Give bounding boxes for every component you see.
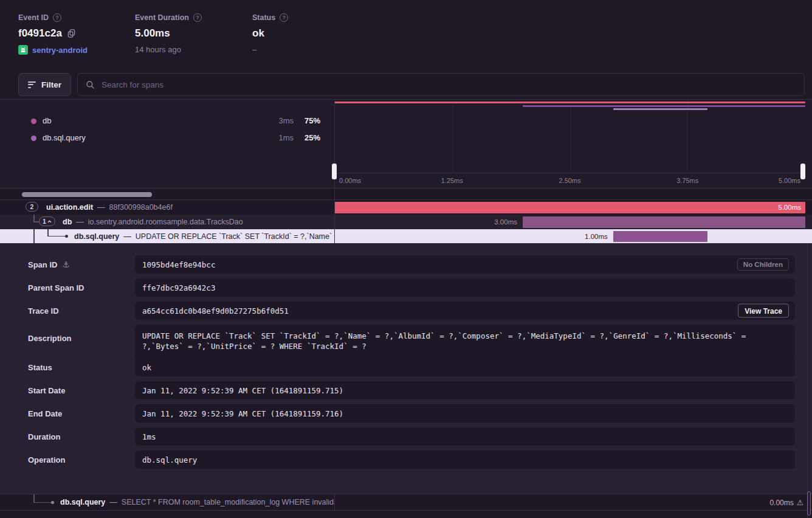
start-date-value: Jan 11, 2022 9:52:39 AM CET (1641891159.…	[142, 386, 343, 395]
end-date-value: Jan 11, 2022 9:52:39 AM CET (1641891159.…	[142, 409, 343, 418]
android-project-icon	[18, 45, 28, 55]
trace-id-label: Trace ID	[28, 306, 59, 316]
detail-row-start-date: Start Date Jan 11, 2022 9:52:39 AM CET (…	[28, 381, 795, 399]
trace-id-value: a654cc61dc0b48ef9d0b27275b6f0d51	[142, 306, 289, 316]
minimap-handle-left[interactable]	[332, 164, 337, 179]
detail-row-span-id: Span ID ⚓ 1095bd4ef8e94bcc No Children	[28, 255, 795, 274]
legend-item-db-sql-query[interactable]: db.sql.query 1ms 25%	[0, 133, 334, 145]
parent-span-id-field: ffe7dbc92a6942c3	[135, 278, 795, 297]
vscrollbar-track	[807, 243, 808, 518]
anchor-icon[interactable]: ⚓	[62, 260, 70, 269]
minimap-span-query	[613, 108, 707, 110]
help-icon[interactable]: ?	[53, 13, 61, 22]
chevron-up-icon	[47, 220, 52, 223]
description-value: UPDATE OR REPLACE `Track` SET `TrackId` …	[142, 331, 788, 351]
span-details-panel: Span ID ⚓ 1095bd4ef8e94bcc No Children P…	[0, 243, 812, 494]
event-age: 14 hours ago	[135, 45, 181, 54]
span-row-db-sql-query-selected[interactable]: db.sql.query — UPDATE OR REPLACE `Track`…	[0, 229, 812, 243]
event-id-column: Event ID ? f0491c2a sentry-android	[18, 13, 88, 55]
start-date-label: Start Date	[28, 386, 65, 395]
op-color-dot	[31, 119, 36, 124]
axis-tick: 2.50ms	[559, 177, 580, 184]
parent-span-id-value: ffe7dbc92a6942c3	[142, 283, 215, 292]
event-duration-column: Event Duration ? 5.00ms 14 hours ago	[135, 13, 202, 54]
duration-value: 1ms	[142, 432, 156, 441]
operation-value: db.sql.query	[142, 455, 197, 464]
trace-minimap[interactable]	[334, 100, 805, 173]
span-duration: 3.00ms	[494, 218, 517, 226]
duration-label: Duration	[28, 432, 60, 441]
status-row-value: ok	[142, 363, 151, 372]
span-description: UPDATE OR REPLACE `Track` SET `TrackId` …	[136, 232, 334, 241]
operation-label: Operation	[28, 455, 65, 464]
span-description: 88f300998a0b4e6f	[109, 203, 173, 212]
span-duration: 1.00ms	[585, 233, 608, 240]
event-duration-value: 5.00ms	[135, 27, 170, 40]
event-id-label: Event ID	[18, 13, 49, 22]
span-bar[interactable]: 5.00ms	[334, 202, 805, 213]
status-label: Status	[252, 13, 275, 22]
tree-hscrollbar	[0, 189, 812, 200]
filter-button-label: Filter	[41, 80, 61, 89]
minimap-handle-right[interactable]	[800, 164, 805, 179]
op-color-dot	[31, 136, 36, 141]
end-date-field: Jan 11, 2022 9:52:39 AM CET (1641891159.…	[135, 404, 795, 423]
status-row-label: Status	[28, 363, 52, 372]
start-date-field: Jan 11, 2022 9:52:39 AM CET (1641891159.…	[135, 381, 795, 399]
span-description: io.sentry.android.roomsample.data.Tracks…	[88, 218, 243, 226]
vscrollbar-thumb[interactable]	[807, 491, 811, 516]
time-axis: 0.00ms 1.25ms 2.50ms 3.75ms 5.00ms	[334, 173, 805, 188]
copy-icon[interactable]	[67, 29, 75, 38]
legend-percent: 25%	[304, 133, 320, 142]
parent-span-id-label: Parent Span ID	[28, 283, 84, 292]
detail-row-duration: Duration 1ms	[28, 427, 795, 446]
help-icon[interactable]: ?	[193, 13, 202, 22]
detail-row-trace-id: Trace ID a654cc61dc0b48ef9d0b27275b6f0d5…	[28, 302, 795, 320]
detail-row-end-date: End Date Jan 11, 2022 9:52:39 AM CET (16…	[28, 404, 795, 423]
status-value: ok	[252, 27, 264, 40]
minimap-span-db	[523, 105, 805, 107]
no-children-badge: No Children	[737, 258, 789, 271]
view-trace-button[interactable]: View Trace	[738, 304, 789, 318]
legend-duration: 1ms	[278, 133, 294, 142]
span-leaf-dot	[65, 235, 68, 238]
legend-op: db	[43, 116, 51, 125]
span-duration: 5.00ms	[778, 204, 801, 211]
project-link[interactable]: sentry-android	[32, 46, 88, 55]
trace-id-field: a654cc61dc0b48ef9d0b27275b6f0d51 View Tr…	[135, 302, 795, 320]
detail-row-operation: Operation db.sql.query	[28, 451, 795, 469]
filter-button[interactable]: Filter	[18, 73, 71, 96]
span-children-badge[interactable]: 2	[26, 202, 38, 212]
search-input[interactable]	[100, 80, 796, 90]
minimap-span-root	[334, 102, 805, 103]
span-bar[interactable]	[613, 231, 707, 242]
span-op: db.sql.query	[74, 232, 119, 241]
axis-tick: 1.25ms	[441, 177, 463, 184]
span-search	[77, 73, 805, 96]
axis-tick: 3.75ms	[676, 177, 698, 184]
legend-duration: 3ms	[278, 116, 294, 125]
span-leaf-dot	[51, 501, 54, 504]
operation-field: db.sql.query	[135, 451, 795, 469]
span-row-db[interactable]: 1 db — io.sentry.android.roomsample.data…	[0, 215, 812, 229]
span-id-field: 1095bd4ef8e94bcc No Children	[135, 255, 795, 274]
span-op: db	[63, 218, 72, 226]
search-icon	[86, 80, 95, 89]
span-children-badge-expanded[interactable]: 1	[39, 216, 55, 226]
span-duration: 0.00ms	[769, 498, 793, 506]
span-row-db-sql-query-select[interactable]: db.sql.query — SELECT * FROM room_table_…	[0, 494, 812, 511]
event-id-value: f0491c2a	[18, 27, 62, 40]
status-sub: –	[252, 45, 256, 54]
span-id-value: 1095bd4ef8e94bcc	[142, 260, 215, 269]
span-row-ui-action-edit[interactable]: 2 ui.action.edit — 88f300998a0b4e6f 5.00…	[0, 200, 812, 215]
legend-percent: 75%	[304, 116, 320, 125]
hscrollbar-thumb[interactable]	[22, 192, 152, 197]
detail-row-status: Status ok	[28, 358, 795, 376]
status-field: ok	[135, 358, 795, 376]
help-icon[interactable]: ?	[280, 13, 288, 22]
span-op: db.sql.query	[60, 498, 105, 506]
legend-item-db[interactable]: db 3ms 75%	[0, 116, 334, 128]
warning-icon: ⚠	[797, 498, 803, 507]
span-bar[interactable]	[523, 216, 805, 228]
axis-tick: 5.00ms	[779, 177, 800, 184]
